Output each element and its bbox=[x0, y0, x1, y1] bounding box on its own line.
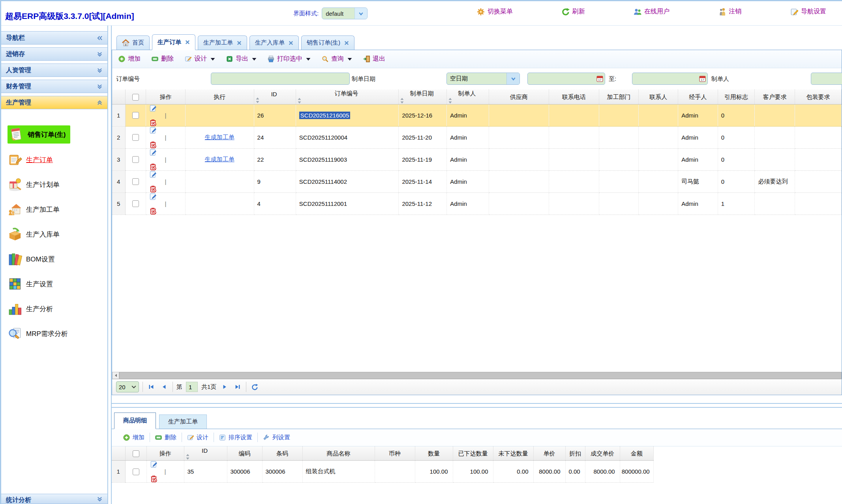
row-checkbox[interactable] bbox=[133, 469, 139, 475]
close-icon[interactable] bbox=[185, 40, 190, 45]
row-checkbox[interactable] bbox=[132, 200, 139, 207]
row-edit-icon[interactable] bbox=[149, 171, 182, 178]
date-type-select[interactable]: 空日期 bbox=[446, 73, 520, 85]
tab-生产入库单[interactable]: 生产入库单 bbox=[249, 35, 299, 50]
order-row[interactable]: 3|生成加工单22SCD202511190032025-11-19AdminAd… bbox=[112, 148, 842, 170]
row-edit-icon[interactable] bbox=[149, 105, 182, 112]
detail-tab-商品明细[interactable]: 商品明细 bbox=[114, 413, 156, 429]
close-icon[interactable] bbox=[344, 41, 349, 45]
calendar-icon[interactable]: 17 bbox=[594, 75, 605, 82]
row-delete-icon[interactable] bbox=[149, 207, 182, 215]
generate-process-order-link[interactable]: 生成加工单 bbox=[205, 156, 234, 162]
sidebar-item[interactable]: 生产入库单 bbox=[8, 226, 60, 243]
排序设置-button[interactable]: 排序设置 bbox=[214, 434, 257, 441]
sidebar-item[interactable]: BOM设置 bbox=[8, 250, 55, 268]
导出-button[interactable]: 导出 bbox=[226, 55, 257, 63]
reload-button[interactable] bbox=[250, 382, 259, 392]
detail-row[interactable]: 1|35300006300006组装台式机100.00100.000.00800… bbox=[112, 461, 653, 483]
row-checkbox[interactable] bbox=[132, 156, 139, 163]
caret-down-icon bbox=[347, 57, 352, 62]
row-edit-icon[interactable] bbox=[149, 127, 182, 134]
查询-button[interactable]: 查询 bbox=[322, 55, 352, 63]
sidebar-section-header[interactable]: 导航栏 bbox=[1, 31, 107, 45]
row-edit-icon[interactable] bbox=[150, 461, 181, 468]
select-all-checkbox[interactable] bbox=[133, 450, 139, 457]
order-column-maker[interactable]: 制单人 bbox=[447, 90, 489, 104]
splitter-line bbox=[112, 403, 842, 404]
order-row[interactable]: 4|9SCD202511140022025-11-14Admin司马懿0必须要达… bbox=[112, 170, 842, 192]
order-row[interactable]: 5|4SCD202511120012025-11-12AdminAdmin1 bbox=[112, 192, 842, 215]
header-action-online-users[interactable]: 在线用户 bbox=[634, 7, 669, 16]
header-action-refresh[interactable]: 刷新 bbox=[562, 7, 585, 16]
order-no-input[interactable] bbox=[211, 73, 350, 85]
row-checkbox[interactable] bbox=[132, 178, 139, 185]
sidebar-item[interactable]: 生产计划单 bbox=[8, 176, 60, 193]
select-all-checkbox[interactable] bbox=[132, 94, 139, 101]
order-column-id[interactable]: ID bbox=[254, 90, 296, 104]
last-page-button[interactable] bbox=[233, 382, 242, 392]
sidebar-section-header[interactable]: 进销存 bbox=[1, 47, 107, 61]
sidebar-section-header[interactable]: 生产管理 bbox=[1, 96, 107, 109]
sidebar-item[interactable]: 生产加工单 bbox=[8, 201, 60, 218]
row-delete-icon[interactable] bbox=[149, 185, 182, 192]
row-edit-icon[interactable] bbox=[149, 149, 182, 156]
order-row[interactable]: 1|26SCD202512160052025-12-16AdminAdmin0 bbox=[112, 104, 842, 126]
sidebar-section-header[interactable]: 统计分析 bbox=[1, 494, 107, 504]
sidebar-section-header[interactable]: 财务管理 bbox=[1, 80, 107, 93]
order-column-order_no[interactable]: 订单编号 bbox=[296, 90, 399, 104]
header-action-gear[interactable]: 切换菜单 bbox=[477, 7, 513, 16]
detail-column-id[interactable]: ID bbox=[184, 446, 227, 461]
row-edit-icon[interactable] bbox=[149, 193, 182, 200]
scroll-left-button[interactable] bbox=[112, 372, 119, 379]
sidebar-section-header[interactable]: 人资管理 bbox=[1, 63, 107, 77]
sidebar-item[interactable]: MRP需求分析 bbox=[8, 325, 68, 342]
设计-button[interactable]: 设计 bbox=[182, 434, 214, 441]
sidebar-item[interactable]: 生产订单 bbox=[8, 151, 53, 168]
增加-button[interactable]: 增加 bbox=[118, 55, 141, 63]
退出-button[interactable]: 退出 bbox=[363, 55, 385, 63]
tab-首页[interactable]: 首页 bbox=[116, 35, 150, 50]
column-label: 成交单价 bbox=[591, 450, 614, 456]
chevron-double-down-icon bbox=[97, 496, 103, 502]
maker-input[interactable] bbox=[811, 73, 842, 85]
close-icon[interactable] bbox=[237, 41, 242, 45]
date-from-input[interactable] bbox=[528, 75, 594, 82]
sidebar-item[interactable]: 生产分析 bbox=[8, 300, 53, 317]
打印选中-button[interactable]: 打印选中 bbox=[268, 55, 311, 63]
row-checkbox[interactable] bbox=[132, 134, 139, 141]
date-to-input[interactable] bbox=[632, 75, 697, 82]
calendar-icon[interactable]: 17 bbox=[697, 75, 707, 82]
close-icon[interactable] bbox=[289, 41, 293, 45]
main-area: 首页生产订单生产加工单生产入库单销售订单(生) 增加删除设计导出打印选中查询退出… bbox=[111, 26, 842, 504]
sidebar-item[interactable]: 生产设置 bbox=[8, 275, 53, 293]
header-action-logout[interactable]: 注销 bbox=[718, 7, 742, 16]
first-page-button[interactable] bbox=[146, 382, 156, 392]
generate-process-order-link[interactable]: 生成加工单 bbox=[205, 134, 234, 140]
增加-button[interactable]: 增加 bbox=[118, 434, 150, 441]
row-delete-icon[interactable] bbox=[149, 119, 182, 126]
order-row[interactable]: 2|生成加工单24SCD202511200042025-11-20AdminAd… bbox=[112, 126, 842, 148]
prev-page-button[interactable] bbox=[159, 382, 169, 392]
row-delete-icon[interactable] bbox=[149, 163, 182, 170]
ui-style-select[interactable]: default bbox=[322, 7, 368, 19]
设计-button[interactable]: 设计 bbox=[185, 55, 215, 63]
order-column-date[interactable]: 制单日期 bbox=[399, 90, 447, 104]
sidebar-item[interactable]: 销售订单(生) bbox=[8, 125, 70, 144]
header-action-nav-settings[interactable]: 导航设置 bbox=[790, 7, 826, 16]
detail-cell-unissued: 0.00 bbox=[493, 461, 533, 483]
row-delete-icon[interactable] bbox=[149, 141, 182, 148]
列设置-button[interactable]: 列设置 bbox=[258, 434, 295, 441]
tab-生产加工单[interactable]: 生产加工单 bbox=[198, 35, 247, 50]
next-page-button[interactable] bbox=[220, 382, 229, 392]
scrollbar-thumb[interactable] bbox=[119, 372, 842, 379]
row-delete-icon[interactable] bbox=[150, 475, 181, 482]
page-size-select[interactable]: 20 bbox=[116, 381, 139, 392]
删除-button[interactable]: 删除 bbox=[150, 434, 182, 441]
row-checkbox[interactable] bbox=[132, 112, 139, 119]
tab-销售订单(生)[interactable]: 销售订单(生) bbox=[301, 35, 354, 50]
page-number-input[interactable] bbox=[186, 382, 198, 392]
detail-tab-生产加工单[interactable]: 生产加工单 bbox=[159, 414, 207, 429]
删除-button[interactable]: 删除 bbox=[152, 55, 174, 63]
print-icon bbox=[268, 56, 274, 62]
tab-生产订单[interactable]: 生产订单 bbox=[152, 34, 195, 50]
